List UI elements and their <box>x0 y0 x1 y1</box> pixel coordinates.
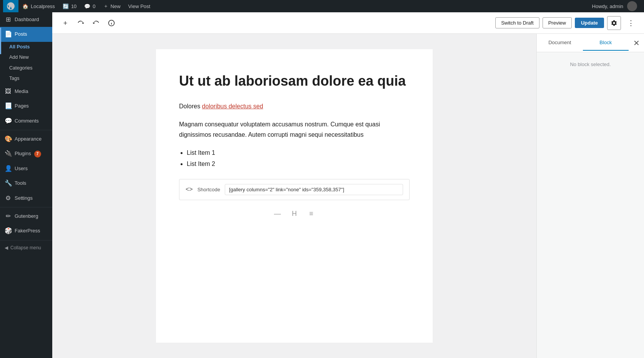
update-button[interactable]: Update <box>575 18 604 28</box>
shortcode-label: Shortcode <box>198 187 220 192</box>
editor-content-row: Ut ut ab laboriosam dolore ea quia Dolor… <box>52 34 644 358</box>
view-post-button[interactable]: View Post <box>124 0 154 12</box>
list-item-1: List Item 1 <box>187 148 410 159</box>
paragraph-1-text: Dolores <box>179 103 202 109</box>
sidebar-item-media[interactable]: 🖼 Media <box>0 84 52 99</box>
sidebar-item-fakerpress[interactable]: 🎲 FakerPress <box>0 224 52 238</box>
home-icon: 🏠 <box>22 3 28 9</box>
switch-to-draft-button[interactable]: Switch to Draft <box>495 17 539 28</box>
settings-button[interactable] <box>607 16 621 30</box>
howdy-label: Howdy, admin <box>592 3 623 9</box>
pages-icon: 📃 <box>5 102 12 110</box>
sidebar-divider-3 <box>0 240 52 240</box>
posts-submenu: All Posts Add New Categories Tags <box>0 42 52 84</box>
plugins-badge: 7 <box>34 151 41 157</box>
updates-button[interactable]: 🔄 10 <box>59 0 80 12</box>
new-content-button[interactable]: ＋ New <box>100 0 124 12</box>
panel-header: Document Block ✕ <box>537 34 644 52</box>
dashboard-icon: ⊞ <box>5 15 12 24</box>
admin-sidebar: ⊞ Dashboard 📄 Posts All Posts Add New Ca… <box>0 12 52 358</box>
sidebar-label-dashboard: Dashboard <box>15 16 39 23</box>
redo-icon <box>93 20 100 27</box>
sidebar-label-settings: Settings <box>15 195 33 202</box>
sidebar-item-gutenberg[interactable]: ✏ Gutenberg <box>0 209 52 224</box>
info-button[interactable] <box>105 16 118 30</box>
sidebar-divider-2 <box>0 207 52 207</box>
sidebar-label-tools: Tools <box>15 180 26 187</box>
add-block-button[interactable] <box>58 16 72 30</box>
sidebar-item-categories[interactable]: Categories <box>0 63 52 74</box>
toolbar-right: Switch to Draft Preview Update ⋮ <box>495 16 638 30</box>
comments-button[interactable]: 💬 0 <box>80 0 99 12</box>
sidebar-label-appearance: Appearance <box>15 136 41 143</box>
shortcode-block[interactable]: <> Shortcode <box>179 179 410 200</box>
inserter-heading-button[interactable]: H <box>288 208 300 220</box>
paragraph-1: Dolores doloribus delectus sed <box>179 101 410 111</box>
tools-icon: 🔧 <box>5 179 12 187</box>
view-post-label: View Post <box>128 3 151 9</box>
shortcode-icon: <> <box>186 186 193 193</box>
shortcode-input[interactable] <box>225 184 403 195</box>
preview-button[interactable]: Preview <box>543 17 572 28</box>
info-icon <box>108 20 115 27</box>
sidebar-item-settings[interactable]: ⚙ Settings <box>0 191 52 206</box>
sidebar-item-pages[interactable]: 📃 Pages <box>0 99 52 113</box>
admin-bar: 🏠 Localpress 🔄 10 💬 0 ＋ New View Post Ho… <box>0 0 644 12</box>
sidebar-label-tags: Tags <box>9 75 19 82</box>
post-title[interactable]: Ut ut ab laboriosam dolore ea quia <box>179 72 410 90</box>
updates-count: 10 <box>71 3 76 9</box>
document-tab[interactable]: Document <box>537 35 583 51</box>
sidebar-item-posts[interactable]: 📄 Posts <box>0 27 52 41</box>
sidebar-label-media: Media <box>15 88 28 95</box>
inserter-list-button[interactable]: ≡ <box>305 208 317 220</box>
post-list: List Item 1 List Item 2 <box>187 148 410 170</box>
appearance-icon: 🎨 <box>5 135 12 143</box>
wp-logo-button[interactable] <box>3 0 18 12</box>
sidebar-item-all-posts[interactable]: All Posts <box>0 42 52 53</box>
inserter-minus-button[interactable]: — <box>271 208 284 220</box>
no-block-message: No block selected. <box>570 61 611 67</box>
comments-icon: 💬 <box>84 3 90 9</box>
panel-close-button[interactable]: ✕ <box>629 34 644 52</box>
sidebar-item-tools[interactable]: 🔧 Tools <box>0 176 52 191</box>
editor-canvas[interactable]: Ut ut ab laboriosam dolore ea quia Dolor… <box>52 34 536 358</box>
plus-icon: ＋ <box>103 3 108 10</box>
adminbar-right-section: Howdy, admin <box>588 0 641 12</box>
sidebar-item-add-new[interactable]: Add New <box>0 52 52 63</box>
editor-post: Ut ut ab laboriosam dolore ea quia Dolor… <box>156 49 433 343</box>
redo-button[interactable] <box>89 16 103 30</box>
sidebar-label-categories: Categories <box>9 65 32 72</box>
sidebar-item-appearance[interactable]: 🎨 Appearance <box>0 132 52 146</box>
sidebar-item-comments[interactable]: 💬 Comments <box>0 114 52 128</box>
undo-icon <box>77 20 84 27</box>
sidebar-label-plugins: Plugins <box>15 150 31 157</box>
comments-count: 0 <box>93 3 95 9</box>
editor-toolbar: Switch to Draft Preview Update ⋮ <box>52 12 644 34</box>
more-options-button[interactable]: ⋮ <box>624 16 638 30</box>
updates-icon: 🔄 <box>63 3 69 9</box>
right-panel: Document Block ✕ No block selected. <box>536 34 644 358</box>
posts-icon: 📄 <box>5 30 12 38</box>
sidebar-label-fakerpress: FakerPress <box>15 227 40 234</box>
block-inserter-row: — H ≡ <box>179 208 410 220</box>
collapse-label: Collapse menu <box>10 245 41 250</box>
site-name-label: Localpress <box>31 3 55 9</box>
sidebar-item-users[interactable]: 👤 Users <box>0 161 52 176</box>
add-block-icon <box>62 20 69 27</box>
paragraph-1-link[interactable]: doloribus delectus sed <box>202 103 263 109</box>
gutenberg-icon: ✏ <box>5 212 12 220</box>
site-name-button[interactable]: 🏠 Localpress <box>18 0 59 12</box>
block-tab[interactable]: Block <box>583 35 629 51</box>
sidebar-label-pages: Pages <box>15 103 29 109</box>
howdy-button[interactable]: Howdy, admin <box>588 0 641 12</box>
sidebar-label-comments: Comments <box>15 118 39 124</box>
comments-menu-icon: 💬 <box>5 117 12 125</box>
sidebar-item-tags[interactable]: Tags <box>0 73 52 84</box>
sidebar-divider-1 <box>0 130 52 130</box>
new-label: New <box>111 3 121 9</box>
undo-button[interactable] <box>74 16 88 30</box>
sidebar-item-dashboard[interactable]: ⊞ Dashboard <box>0 12 52 27</box>
sidebar-item-plugins[interactable]: 🔌 Plugins 7 <box>0 146 52 161</box>
sidebar-label-all-posts: All Posts <box>9 44 30 51</box>
collapse-menu-button[interactable]: ◀ Collapse menu <box>0 242 52 254</box>
